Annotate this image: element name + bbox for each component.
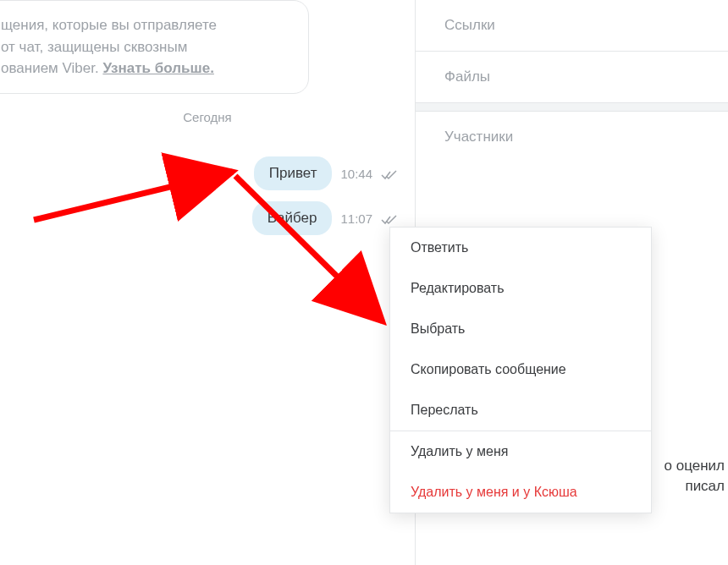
menu-copy[interactable]: Скопировать сообщение [390,349,651,390]
context-menu: Ответить Редактировать Выбрать Скопирова… [389,227,652,513]
message-bubble[interactable]: Привет [254,156,333,190]
encryption-notice: щения, которые вы отправляете от чат, за… [0,0,309,94]
date-divider: Сегодня [0,110,415,124]
sidebar-divider [416,103,728,112]
message-time: 10:44 [340,167,372,181]
message-time: 11:07 [340,211,372,226]
menu-delete-both[interactable]: Удалить у меня и у Ксюша [390,472,651,513]
behind-text-2: писал [685,478,725,495]
double-check-icon [381,213,398,223]
menu-reply[interactable]: Ответить [390,228,651,268]
menu-select[interactable]: Выбрать [390,309,651,349]
menu-delete-me[interactable]: Удалить у меня [390,431,651,472]
encryption-text-2: от чат, защищены сквозным [1,39,187,55]
message-bubble[interactable]: Вайбер [252,201,333,235]
menu-edit[interactable]: Редактировать [390,268,651,309]
message-row: Привет 10:44 [254,156,398,190]
sidebar-links[interactable]: Ссылки [416,0,728,52]
chat-area: щения, которые вы отправляете от чат, за… [0,0,415,565]
menu-forward[interactable]: Переслать [390,390,651,431]
encryption-text-1: щения, которые вы отправляете [1,17,217,33]
sidebar-files[interactable]: Файлы [416,52,728,103]
message-row: Вайбер 11:07 [252,201,398,235]
behind-text-1: о оценил [665,458,725,474]
encryption-text-3: ованием Viber. [1,60,102,76]
learn-more-link[interactable]: Узнать больше. [102,60,213,76]
double-check-icon [381,168,398,178]
sidebar-members[interactable]: Участники [416,112,728,162]
